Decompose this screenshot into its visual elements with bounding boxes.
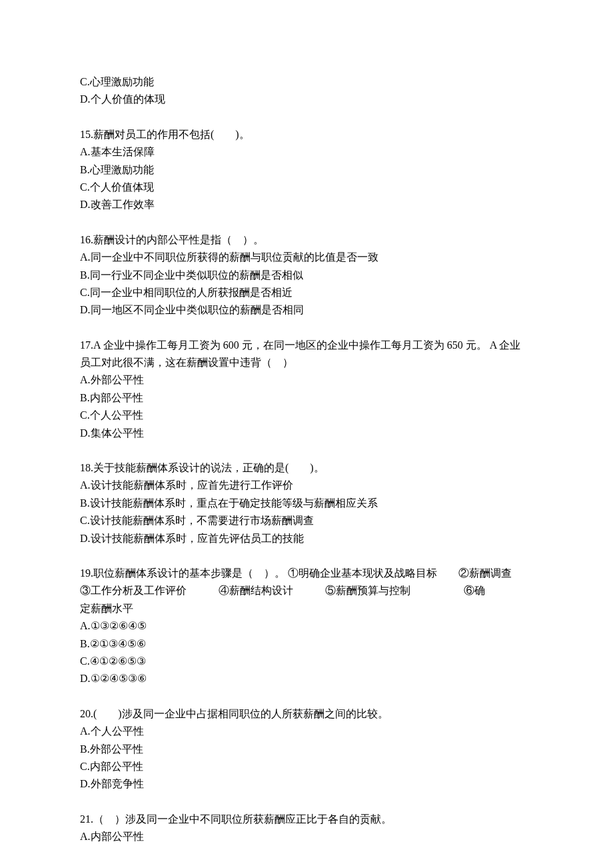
question-number: 16.	[80, 234, 93, 245]
option-text: A.①③②⑥④⑤	[80, 617, 533, 635]
stem-text: ( )涉及同一企业中占据相同职位的人所获薪酬之间的比较。	[93, 708, 388, 719]
stem-text: A 企业中操作工每月工资为 600 元，在同一地区的企业中操作工每月工资为 65…	[93, 339, 520, 351]
option-text: A.基本生活保障	[80, 143, 533, 161]
option-text: B.设计技能薪酬体系时，重点在于确定技能等级与薪酬相应关系	[80, 495, 533, 512]
option-text: C.心理激励功能	[80, 73, 533, 91]
option-text: D.外部竞争性	[80, 775, 533, 793]
option-text: A.个人公平性	[80, 723, 533, 740]
document-page: C.心理激励功能 D.个人价值的体现 15.薪酬对员工的作用不包括( )。 A.…	[0, 0, 613, 868]
option-text: A.同一企业中不同职位所获得的薪酬与职位贡献的比值是否一致	[80, 249, 533, 266]
question-15: 15.薪酬对员工的作用不包括( )。 A.基本生活保障 B.心理激励功能 C.个…	[80, 126, 533, 214]
question-number: 21.	[80, 813, 93, 825]
option-text: D.改善工作效率	[80, 196, 533, 213]
option-text: C.内部公平性	[80, 758, 533, 775]
question-number: 19.	[80, 567, 93, 579]
stem-text: 薪酬设计的内部公平性是指（ ）。	[93, 234, 264, 245]
option-text: D.设计技能薪酬体系时，应首先评估员工的技能	[80, 530, 533, 547]
option-text: C.个人公平性	[80, 407, 533, 424]
question-number: 18.	[80, 462, 93, 473]
stem-text: 关于技能薪酬体系设计的说法，正确的是( )。	[93, 462, 324, 473]
question-stem: 15.薪酬对员工的作用不包括( )。	[80, 126, 533, 143]
option-text: D.个人价值的体现	[80, 91, 533, 108]
question-stem: 20.( )涉及同一企业中占据相同职位的人所获薪酬之间的比较。	[80, 705, 533, 723]
option-text: A.外部公平性	[80, 371, 533, 389]
option-text: D.①②④⑤③⑥	[80, 670, 533, 687]
question-number: 15.	[80, 129, 93, 140]
option-text: C.个人价值体现	[80, 179, 533, 196]
option-text: B.外部公平性	[80, 741, 533, 758]
question-stem: 17.A 企业中操作工每月工资为 600 元，在同一地区的企业中操作工每月工资为…	[80, 337, 533, 354]
option-text: B.②①③④⑤⑥	[80, 635, 533, 653]
question-20: 20.( )涉及同一企业中占据相同职位的人所获薪酬之间的比较。 A.个人公平性 …	[80, 705, 533, 793]
question-18: 18.关于技能薪酬体系设计的说法，正确的是( )。 A.设计技能薪酬体系时，应首…	[80, 459, 533, 547]
question-number: 20.	[80, 708, 93, 719]
option-text: C.设计技能薪酬体系时，不需要进行市场薪酬调查	[80, 512, 533, 529]
option-text: B.内部公平性	[80, 389, 533, 407]
option-text: C.同一企业中相同职位的人所获报酬是否相近	[80, 284, 533, 301]
question-stem: 19.职位薪酬体系设计的基本步骤是（ ）。 ①明确企业基本现状及战略目标 ②薪酬…	[80, 565, 533, 582]
option-text: A.设计技能薪酬体系时，应首先进行工作评价	[80, 477, 533, 494]
option-text: C.④①②⑥⑤③	[80, 653, 533, 670]
question-stem: 18.关于技能薪酬体系设计的说法，正确的是( )。	[80, 459, 533, 477]
option-text: D.同一地区不同企业中类似职位的薪酬是否相同	[80, 301, 533, 319]
question-21: 21.（ ）涉及同一企业中不同职位所获薪酬应正比于各自的贡献。 A.内部公平性	[80, 811, 533, 846]
orphan-options-block: C.心理激励功能 D.个人价值的体现	[80, 73, 533, 109]
option-text: B.同一行业不同企业中类似职位的薪酬是否相似	[80, 267, 533, 284]
question-16: 16.薪酬设计的内部公平性是指（ ）。 A.同一企业中不同职位所获得的薪酬与职位…	[80, 231, 533, 319]
question-stem: 16.薪酬设计的内部公平性是指（ ）。	[80, 231, 533, 249]
stem-text: 职位薪酬体系设计的基本步骤是（ ）。 ①明确企业基本现状及战略目标 ②薪酬调查	[93, 567, 512, 579]
option-text: A.内部公平性	[80, 828, 533, 845]
question-17: 17.A 企业中操作工每月工资为 600 元，在同一地区的企业中操作工每月工资为…	[80, 337, 533, 442]
option-text: B.心理激励功能	[80, 161, 533, 179]
option-text: D.集体公平性	[80, 425, 533, 442]
stem-text: （ ）涉及同一企业中不同职位所获薪酬应正比于各自的贡献。	[93, 813, 392, 825]
question-19: 19.职位薪酬体系设计的基本步骤是（ ）。 ①明确企业基本现状及战略目标 ②薪酬…	[80, 565, 533, 688]
stem-continuation: 定薪酬水平	[80, 600, 533, 617]
question-number: 17.	[80, 339, 93, 351]
question-stem: 21.（ ）涉及同一企业中不同职位所获薪酬应正比于各自的贡献。	[80, 811, 533, 828]
stem-text: 薪酬对员工的作用不包括( )。	[93, 129, 250, 140]
stem-continuation: ③工作分析及工作评价 ④薪酬结构设计 ⑤薪酬预算与控制 ⑥确	[80, 582, 533, 599]
stem-continuation: 员工对此很不满，这在薪酬设置中违背（ ）	[80, 354, 533, 371]
